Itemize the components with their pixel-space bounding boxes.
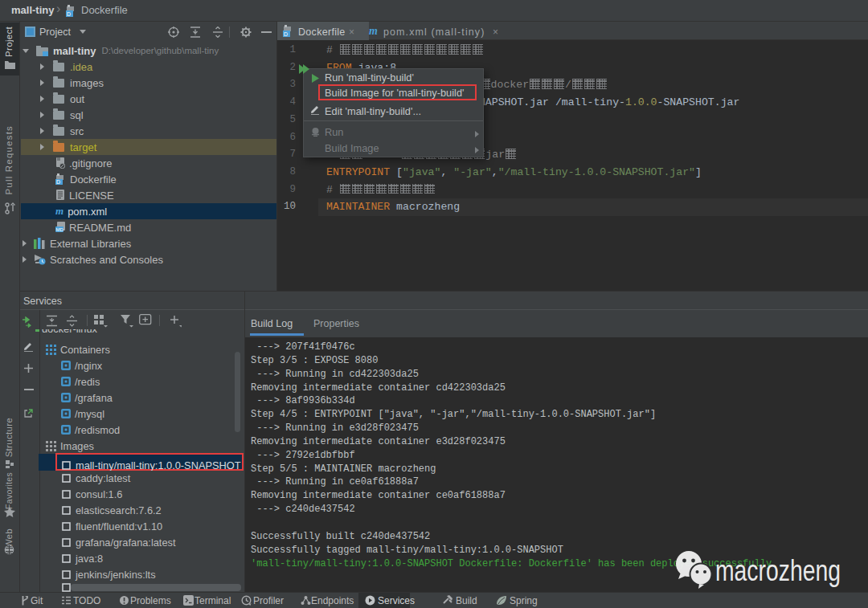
svg-text:D: D xyxy=(67,11,71,17)
svg-text:D: D xyxy=(284,31,288,37)
svg-text:MD: MD xyxy=(56,227,64,232)
svg-text:D: D xyxy=(56,179,60,185)
